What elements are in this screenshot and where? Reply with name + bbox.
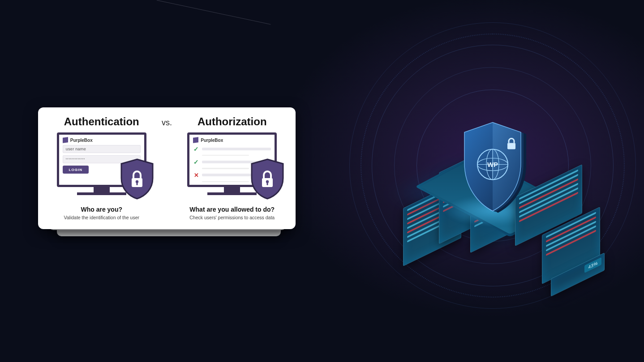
permission-bar-sub: [202, 168, 249, 169]
monitor-stand: [94, 187, 110, 192]
isometric-scene: 🔒 43%: [376, 87, 609, 275]
permission-bar: [202, 148, 271, 150]
brand-label: PurpleBox: [70, 138, 93, 143]
security-shield-icon: WP: [455, 121, 531, 217]
shield-lock-icon: [120, 158, 155, 201]
comparison-card: Authentication PurpleBox user name *****…: [38, 107, 296, 229]
cross-icon: ✕: [193, 172, 199, 178]
authorization-title: Authorization: [197, 115, 267, 128]
permission-bar-sub: [202, 181, 249, 182]
authentication-question: Who are you?: [81, 206, 122, 213]
authorization-column: Authorization PurpleBox ✓ ✓: [179, 115, 286, 220]
monitor-stand: [224, 187, 240, 192]
vs-label: vs.: [159, 115, 175, 220]
check-icon: ✓: [193, 146, 199, 152]
authentication-desc: Validate the identification of the user: [64, 215, 140, 220]
shield-lock-icon: [250, 158, 285, 201]
brand-row: PurpleBox: [193, 137, 271, 143]
authorization-question: What are you allowed to do?: [189, 206, 275, 213]
authentication-column: Authentication PurpleBox user name *****…: [48, 115, 155, 220]
decorative-line: [157, 0, 271, 25]
comparison-card-stack: Authentication PurpleBox user name *****…: [38, 107, 296, 229]
authorization-desc: Check users' permissions to access data: [189, 215, 275, 220]
brand-row: PurpleBox: [63, 137, 141, 143]
permission-bar-sub: [202, 155, 249, 156]
login-button[interactable]: LOGIN: [63, 166, 89, 174]
svg-rect-11: [507, 143, 515, 149]
brand-cube-icon: [193, 137, 198, 143]
authorization-monitor: PurpleBox ✓ ✓ ✕: [187, 132, 277, 200]
authentication-title: Authentication: [64, 115, 139, 128]
permission-row-1: ✓: [193, 145, 271, 153]
monitor-base: [77, 192, 126, 195]
brand-cube-icon: [63, 137, 68, 143]
svg-rect-5: [267, 182, 268, 185]
brand-label: PurpleBox: [201, 138, 223, 143]
svg-rect-2: [136, 182, 137, 185]
check-icon: ✓: [193, 159, 199, 165]
username-field[interactable]: user name: [63, 145, 141, 153]
shield-text: WP: [487, 161, 498, 168]
authentication-monitor: PurpleBox user name ************* LOGIN: [57, 132, 146, 200]
hero-security-graphic: 🔒 43%: [340, 13, 644, 318]
monitor-base: [207, 192, 257, 195]
